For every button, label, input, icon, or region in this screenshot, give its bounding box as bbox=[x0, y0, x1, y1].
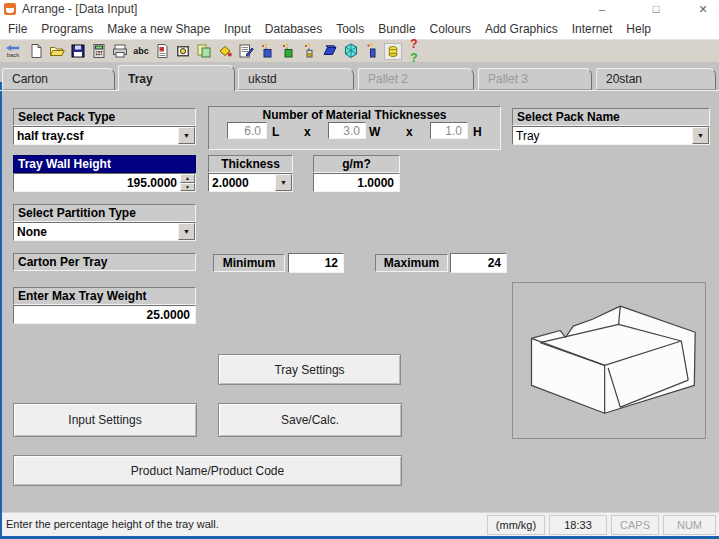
spin-down-icon[interactable]: ▼ bbox=[180, 183, 195, 192]
tab-tray[interactable]: Tray bbox=[118, 65, 235, 91]
back-icon[interactable]: back bbox=[2, 43, 24, 60]
menu-internet[interactable]: Internet bbox=[572, 22, 613, 36]
help-icon-q2: ? bbox=[410, 51, 417, 65]
open-folder-icon[interactable] bbox=[48, 43, 66, 60]
spray-small-icon[interactable] bbox=[300, 43, 318, 60]
menu-tools[interactable]: Tools bbox=[336, 22, 364, 36]
menu-bar: File Programs Make a new Shape Input Dat… bbox=[0, 18, 719, 40]
spin-up-icon[interactable]: ▲ bbox=[180, 174, 195, 183]
maximum-label: Maximum bbox=[375, 254, 448, 272]
partition-type-label: Select Partition Type bbox=[13, 204, 196, 222]
new-document-icon[interactable] bbox=[27, 43, 45, 60]
maximum-input[interactable]: 24 bbox=[450, 253, 507, 273]
caps-indicator: CAPS bbox=[611, 515, 659, 535]
gsm-input[interactable]: 1.0000 bbox=[313, 173, 400, 192]
tab-baseline bbox=[0, 90, 719, 91]
menu-help[interactable]: Help bbox=[626, 22, 651, 36]
pack-type-label: Select Pack Type bbox=[13, 108, 196, 126]
wall-height-label: Tray Wall Height bbox=[13, 155, 196, 173]
properties-icon[interactable] bbox=[237, 43, 255, 60]
chevron-down-icon[interactable]: ▼ bbox=[692, 127, 709, 144]
tab-carton[interactable]: Carton bbox=[2, 68, 115, 90]
menu-input[interactable]: Input bbox=[224, 22, 251, 36]
max-weight-label: Enter Max Tray Weight bbox=[13, 287, 196, 305]
times-label: x bbox=[406, 125, 413, 139]
minimum-input[interactable]: 12 bbox=[288, 253, 344, 273]
thickness-label: Thickness bbox=[208, 155, 293, 173]
wall-height-value: 195.0000 bbox=[14, 174, 180, 191]
spell-check-icon[interactable]: abc bbox=[132, 43, 150, 60]
tab-20stan[interactable]: 20stan bbox=[596, 68, 716, 90]
gsm-label: g/m? bbox=[313, 155, 400, 173]
width-dim-label: W bbox=[369, 125, 380, 139]
spray-blue-icon[interactable] bbox=[258, 43, 276, 60]
print-icon[interactable] bbox=[111, 43, 129, 60]
tab-pallet-3[interactable]: Pallet 3 bbox=[478, 68, 592, 90]
toolbar: back abc bbox=[0, 40, 719, 62]
menu-colours[interactable]: Colours bbox=[430, 22, 471, 36]
save-icon[interactable] bbox=[69, 43, 87, 60]
pack-name-value: Tray bbox=[513, 127, 692, 144]
close-button[interactable]: ✕ bbox=[687, 0, 719, 18]
menu-make-a-new-shape[interactable]: Make a new Shape bbox=[107, 22, 210, 36]
solid-blue-icon[interactable] bbox=[321, 43, 339, 60]
partition-type-select[interactable]: None ▼ bbox=[13, 222, 196, 241]
menu-add-graphics[interactable]: Add Graphics bbox=[485, 22, 558, 36]
tray-preview-box bbox=[512, 282, 706, 439]
box-3d-icon[interactable] bbox=[342, 43, 360, 60]
chevron-down-icon[interactable]: ▼ bbox=[178, 223, 195, 240]
window-border-left bbox=[0, 82, 2, 539]
help-icon-q1: ? bbox=[410, 37, 417, 51]
material-height-input[interactable]: 1.0 bbox=[430, 122, 468, 139]
back-icon-label: back bbox=[7, 52, 20, 58]
thickness-select[interactable]: 2.0000 ▼ bbox=[208, 173, 293, 192]
menu-bundle[interactable]: Bundle bbox=[378, 22, 415, 36]
help-icon[interactable]: ? ? bbox=[405, 43, 423, 60]
camera-icon[interactable] bbox=[174, 43, 192, 60]
tray-settings-button[interactable]: Tray Settings bbox=[218, 354, 401, 385]
material-length-input[interactable]: 6.0 bbox=[227, 122, 267, 139]
carton-per-tray-label: Carton Per Tray bbox=[13, 253, 196, 271]
spray-green-icon[interactable] bbox=[279, 43, 297, 60]
pack-name-label: Select Pack Name bbox=[512, 108, 710, 126]
num-indicator: NUM bbox=[663, 515, 716, 535]
status-bar: Enter the percentage height of the tray … bbox=[0, 512, 719, 536]
pack-name-select[interactable]: Tray ▼ bbox=[512, 126, 710, 145]
app-icon bbox=[4, 3, 16, 15]
calculator-icon[interactable] bbox=[90, 43, 108, 60]
maximize-button[interactable]: □ bbox=[640, 0, 672, 18]
report-icon[interactable] bbox=[153, 43, 171, 60]
material-width-input[interactable]: 3.0 bbox=[328, 122, 366, 139]
thickness-value: 2.0000 bbox=[209, 174, 275, 191]
minimize-button[interactable]: – bbox=[586, 0, 618, 18]
chevron-down-icon[interactable]: ▼ bbox=[178, 127, 195, 144]
fill-color-icon[interactable] bbox=[216, 43, 234, 60]
title-bar: Arrange - [Data Input] – □ ✕ bbox=[0, 0, 719, 18]
times-label: x bbox=[304, 125, 311, 139]
app-window: Arrange - [Data Input] – □ ✕ File Progra… bbox=[0, 0, 719, 539]
minimum-label: Minimum bbox=[213, 254, 285, 272]
menu-databases[interactable]: Databases bbox=[265, 22, 322, 36]
units-indicator: (mm/kg) bbox=[487, 515, 545, 535]
menu-programs[interactable]: Programs bbox=[41, 22, 93, 36]
input-settings-button[interactable]: Input Settings bbox=[13, 403, 197, 437]
pack-type-select[interactable]: half tray.csf ▼ bbox=[13, 126, 196, 145]
pack-type-value: half tray.csf bbox=[14, 127, 178, 144]
partition-type-value: None bbox=[14, 223, 178, 240]
product-name-code-button[interactable]: Product Name/Product Code bbox=[13, 455, 402, 486]
status-message: Enter the percentage height of the tray … bbox=[6, 518, 219, 530]
tab-ukstd[interactable]: ukstd bbox=[238, 68, 354, 90]
height-dim-label: H bbox=[473, 125, 482, 139]
menu-file[interactable]: File bbox=[8, 22, 27, 36]
material-thicknesses-title: Number of Material Thicknesses bbox=[209, 108, 500, 122]
cylinder-yellow-icon[interactable] bbox=[384, 43, 402, 60]
length-dim-label: L bbox=[272, 125, 279, 139]
wall-height-spinner[interactable]: 195.0000 ▲ ▼ bbox=[13, 173, 196, 192]
tab-pallet-2[interactable]: Pallet 2 bbox=[358, 68, 474, 90]
max-weight-input[interactable]: 25.0000 bbox=[13, 305, 196, 324]
chevron-down-icon[interactable]: ▼ bbox=[275, 174, 292, 191]
spray-brush-icon[interactable] bbox=[363, 43, 381, 60]
copy-icon[interactable] bbox=[195, 43, 213, 60]
window-title: Arrange - [Data Input] bbox=[22, 2, 137, 16]
save-calc-button[interactable]: Save/Calc. bbox=[218, 403, 402, 437]
